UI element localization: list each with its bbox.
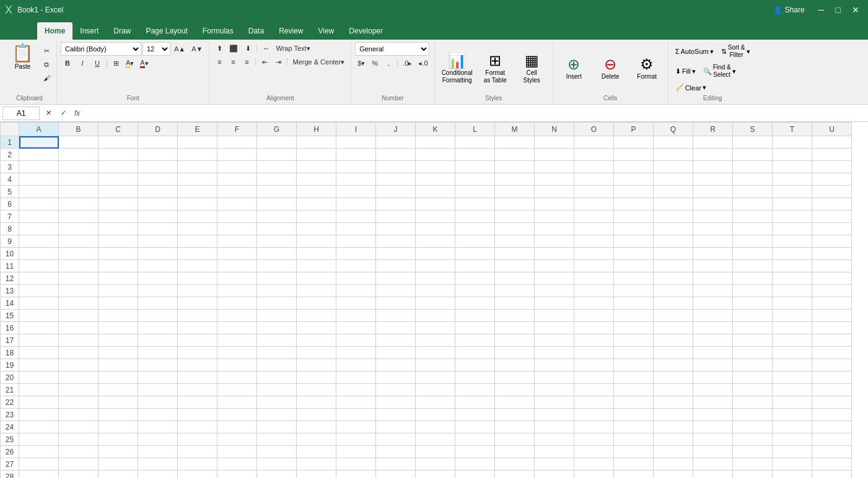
cell-D20[interactable] [138,372,178,384]
cell-Q4[interactable] [654,173,693,186]
cell-O20[interactable] [574,372,614,384]
cell-F22[interactable] [217,396,257,409]
cell-C8[interactable] [99,223,138,235]
cell-Q2[interactable] [654,149,693,161]
cell-C14[interactable] [99,297,138,310]
cell-D9[interactable] [138,235,178,248]
cell-O15[interactable] [574,310,614,322]
col-header-K[interactable]: K [416,123,455,136]
cell-H12[interactable] [297,272,336,285]
cell-B26[interactable] [59,446,99,458]
col-header-S[interactable]: S [733,123,773,136]
cell-I19[interactable] [336,359,376,372]
cell-M26[interactable] [495,446,535,458]
cell-E3[interactable] [178,161,217,173]
cell-I2[interactable] [336,149,376,161]
share-button[interactable]: 👤 Share [767,4,810,16]
cell-S19[interactable] [733,359,773,372]
cell-B15[interactable] [59,310,99,322]
cell-F7[interactable] [217,211,257,223]
cell-N2[interactable] [535,149,574,161]
cell-B5[interactable] [59,186,99,198]
cell-L15[interactable] [455,310,495,322]
cell-P5[interactable] [614,186,654,198]
col-header-O[interactable]: O [574,123,614,136]
cell-G7[interactable] [257,211,297,223]
cell-F8[interactable] [217,223,257,235]
cell-I18[interactable] [336,347,376,359]
cell-P15[interactable] [614,310,654,322]
cell-O23[interactable] [574,409,614,421]
cell-N11[interactable] [535,260,574,272]
cell-R25[interactable] [693,433,733,446]
cell-P23[interactable] [614,409,654,421]
cell-U25[interactable] [812,433,852,446]
cell-T9[interactable] [773,235,812,248]
cell-C6[interactable] [99,198,138,211]
cell-K3[interactable] [416,161,455,173]
cell-M17[interactable] [495,334,535,347]
cell-M6[interactable] [495,198,535,211]
cell-S3[interactable] [733,161,773,173]
cell-H8[interactable] [297,223,336,235]
col-header-L[interactable]: L [455,123,495,136]
cell-O16[interactable] [574,322,614,334]
cell-D26[interactable] [138,446,178,458]
cell-L2[interactable] [455,149,495,161]
cell-P26[interactable] [614,446,654,458]
cell-T4[interactable] [773,173,812,186]
cell-K5[interactable] [416,186,455,198]
cell-F16[interactable] [217,322,257,334]
cell-I20[interactable] [336,372,376,384]
cell-R12[interactable] [693,272,733,285]
cell-A22[interactable] [19,396,59,409]
col-header-G[interactable]: G [257,123,297,136]
cell-O10[interactable] [574,248,614,260]
cell-K6[interactable] [416,198,455,211]
wrap-text-button[interactable]: Wrap Text ▾ [273,42,312,54]
cell-G5[interactable] [257,186,297,198]
cell-D1[interactable] [138,136,178,149]
cell-M16[interactable] [495,322,535,334]
cell-B14[interactable] [59,297,99,310]
cell-R28[interactable] [693,471,733,479]
cell-D2[interactable] [138,149,178,161]
cell-L25[interactable] [455,433,495,446]
cell-J27[interactable] [376,458,416,471]
cell-L3[interactable] [455,161,495,173]
cell-O19[interactable] [574,359,614,372]
cell-N3[interactable] [535,161,574,173]
cell-B21[interactable] [59,384,99,396]
cell-G21[interactable] [257,384,297,396]
cell-O25[interactable] [574,433,614,446]
cell-F28[interactable] [217,471,257,479]
currency-button[interactable]: $▾ [355,57,367,69]
cell-T11[interactable] [773,260,812,272]
cell-N21[interactable] [535,384,574,396]
cell-K26[interactable] [416,446,455,458]
cell-B16[interactable] [59,322,99,334]
cell-C9[interactable] [99,235,138,248]
cell-R16[interactable] [693,322,733,334]
cell-T22[interactable] [773,396,812,409]
cell-B17[interactable] [59,334,99,347]
cell-S13[interactable] [733,285,773,297]
cell-F15[interactable] [217,310,257,322]
cell-R5[interactable] [693,186,733,198]
cell-E24[interactable] [178,421,217,433]
cut-button[interactable]: ✂ [40,45,53,57]
cell-Q23[interactable] [654,409,693,421]
cell-Q13[interactable] [654,285,693,297]
cell-K15[interactable] [416,310,455,322]
cell-I1[interactable] [336,136,376,149]
cell-M14[interactable] [495,297,535,310]
col-header-C[interactable]: C [99,123,138,136]
cell-T1[interactable] [773,136,812,149]
cell-B3[interactable] [59,161,99,173]
cell-K10[interactable] [416,248,455,260]
format-painter-button[interactable]: 🖌 [40,72,53,84]
cell-R1[interactable] [693,136,733,149]
col-header-F[interactable]: F [217,123,257,136]
cell-A17[interactable] [19,334,59,347]
cell-E5[interactable] [178,186,217,198]
